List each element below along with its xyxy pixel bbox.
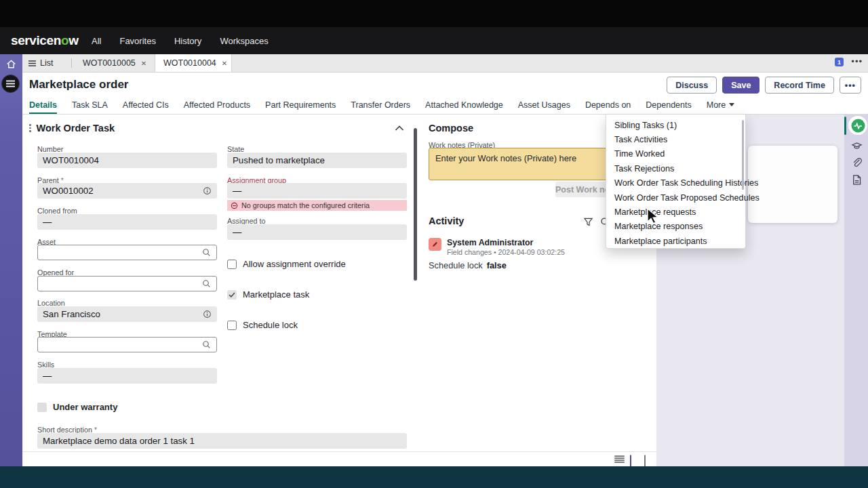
drag-handle-icon: [29, 124, 31, 132]
assignment-group-field: —: [227, 183, 407, 199]
tab-task-sla[interactable]: Task SLA: [72, 97, 108, 114]
nav-item-workspaces[interactable]: Workspaces: [220, 36, 268, 46]
page-title: Marketplace order: [29, 78, 128, 92]
save-button[interactable]: Save: [722, 77, 760, 94]
menu-item-time-worked[interactable]: Time Worked: [606, 147, 745, 161]
activity-entry: Schedule lockfalse: [429, 260, 507, 270]
more-actions-button[interactable]: •••: [840, 77, 861, 94]
under-warranty-checkbox-row: Under warranty: [37, 402, 117, 412]
full-view-icon[interactable]: [644, 455, 654, 464]
letterbox-bottom: [0, 466, 868, 488]
nav-item-history[interactable]: History: [174, 36, 201, 46]
record-time-button[interactable]: Record Time: [765, 77, 834, 94]
menu-item-marketplace-participants[interactable]: Marketplace participants: [606, 234, 745, 248]
section-header[interactable]: Work Order Task: [29, 123, 115, 134]
tab-attached-knowledge[interactable]: Attached Knowledge: [425, 97, 503, 114]
top-nav-bar: servicenow All Favorites History Workspa…: [0, 27, 868, 54]
check-icon: [229, 292, 235, 298]
home-icon[interactable]: [5, 58, 17, 70]
filter-icon[interactable]: [583, 217, 593, 227]
split-view-icon[interactable]: [630, 455, 640, 464]
activity-stream-icon: [851, 119, 865, 133]
compose-title: Compose: [429, 123, 473, 134]
schedule-lock-row[interactable]: Schedule lock: [227, 320, 298, 330]
workspace-tab-strip: List WOT0010005 ✕ WOT0010004 ✕ •••: [22, 54, 868, 73]
active-rail-indicator: [844, 117, 846, 135]
tab-details[interactable]: Details: [29, 97, 57, 114]
attachments-paperclip-icon[interactable]: [851, 157, 863, 168]
chevron-down-icon: [729, 103, 734, 106]
lookup-search-icon[interactable]: [202, 279, 211, 288]
work-notes-textarea[interactable]: [429, 148, 612, 180]
marketplace-task-label: Marketplace task: [243, 289, 309, 300]
tab-overflow-button[interactable]: •••: [851, 56, 863, 66]
activity-stream-button[interactable]: [848, 116, 867, 135]
unified-nav-toggle-button[interactable]: [1, 75, 20, 93]
list-icon: [28, 60, 36, 66]
discuss-button[interactable]: Discuss: [667, 77, 717, 94]
schedule-lock-checkbox[interactable]: [227, 321, 237, 330]
mouse-cursor: [644, 207, 660, 225]
close-tab-icon[interactable]: ✕: [222, 60, 227, 67]
cloned-from-field: —: [37, 214, 217, 230]
allow-assignment-override-label: Allow assignment override: [243, 259, 346, 269]
nav-item-all[interactable]: All: [92, 36, 101, 46]
assigned-to-field: —: [227, 224, 407, 240]
opened-for-field[interactable]: [37, 276, 217, 291]
form-scrollbar[interactable]: [414, 128, 417, 281]
under-warranty-label: Under warranty: [53, 402, 117, 412]
now-assist-icon[interactable]: [851, 140, 863, 151]
location-field: San Francisco: [37, 306, 217, 322]
collapse-section-icon[interactable]: [395, 124, 404, 132]
notification-badge: 1: [835, 58, 844, 66]
list-view-icon[interactable]: [614, 455, 625, 464]
allow-assignment-override-checkbox[interactable]: [227, 260, 237, 269]
list-menu-button[interactable]: List: [28, 54, 53, 72]
letterbox-top: [0, 0, 868, 27]
servicenow-app: servicenow All Favorites History Workspa…: [0, 0, 868, 488]
activity-user: System Administrator: [447, 238, 533, 247]
tab-transfer-orders[interactable]: Transfer Orders: [351, 97, 410, 114]
close-tab-icon[interactable]: ✕: [141, 60, 146, 67]
left-nav-rail: [0, 54, 22, 466]
tab-affected-cis[interactable]: Affected CIs: [123, 97, 169, 114]
allow-assignment-override-row[interactable]: Allow assignment override: [227, 259, 346, 269]
dropdown-scrollbar[interactable]: [742, 120, 744, 190]
marketplace-task-checkbox: [227, 290, 237, 300]
record-tab-wot0010004-active[interactable]: WOT0010004 ✕: [155, 54, 232, 72]
tab-asset-usages[interactable]: Asset Usages: [518, 97, 570, 114]
tab-affected-products[interactable]: Affected Products: [184, 97, 250, 114]
skills-field: —: [37, 368, 217, 384]
record-tab-wot0010005[interactable]: WOT0010005 ✕: [75, 54, 151, 72]
record-tab-bar: Details Task SLA Affected CIs Affected P…: [22, 97, 868, 115]
tab-dependents[interactable]: Dependents: [646, 97, 691, 114]
document-icon[interactable]: [851, 174, 863, 186]
record-header: Marketplace order Discuss Save Record Ti…: [22, 73, 868, 97]
right-icon-rail: [844, 115, 868, 466]
tab-more[interactable]: More: [707, 97, 734, 114]
menu-item-marketplace-responses[interactable]: Marketplace responses: [606, 220, 745, 234]
template-field[interactable]: [37, 337, 217, 352]
info-icon[interactable]: [203, 186, 212, 195]
lookup-search-icon[interactable]: [202, 340, 211, 349]
menu-item-wot-proposed-schedules[interactable]: Work Order Task Proposed Schedules: [606, 190, 745, 205]
marketplace-task-row: Marketplace task: [227, 289, 309, 300]
under-warranty-checkbox: [37, 403, 47, 412]
asset-field[interactable]: [37, 245, 217, 260]
menu-item-wot-scheduling-histories[interactable]: Work Order Task Scheduling Histories: [606, 176, 745, 190]
menu-item-task-activities[interactable]: Task Activities: [606, 132, 745, 146]
number-field: WOT0010004: [37, 152, 217, 168]
info-icon[interactable]: [203, 310, 212, 319]
error-icon: [231, 202, 238, 209]
menu-item-task-rejections[interactable]: Task Rejections: [606, 161, 745, 176]
tab-divider: [71, 58, 72, 68]
tab-part-requirements[interactable]: Part Requirements: [265, 97, 336, 114]
lookup-search-icon[interactable]: [202, 248, 211, 257]
top-nav-menu: All Favorites History Workspaces: [92, 27, 269, 54]
servicenow-logo[interactable]: servicenow: [11, 33, 79, 48]
menu-item-sibling-tasks[interactable]: Sibling Tasks (1): [606, 118, 745, 132]
bottom-toolbar: [22, 451, 656, 466]
menu-item-marketplace-requests[interactable]: Marketplace requests: [606, 205, 745, 219]
nav-item-favorites[interactable]: Favorites: [119, 36, 155, 46]
tab-depends-on[interactable]: Depends on: [585, 97, 631, 114]
